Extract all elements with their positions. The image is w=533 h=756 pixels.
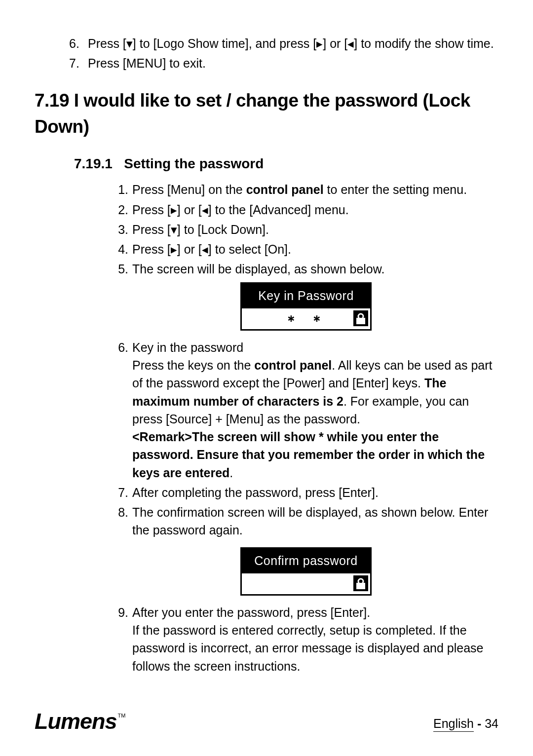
- list-number: 6.: [114, 339, 128, 482]
- step-6-title: Key in the password: [132, 340, 243, 354]
- step-9: 9. After you enter the password, press […: [114, 604, 498, 675]
- list-body: The screen will be displayed, as shown b…: [132, 260, 498, 278]
- section-number: 7.19: [35, 90, 69, 111]
- list-number: 6.: [69, 35, 84, 52]
- list-body: Press [▸] or [◂] to select [On].: [132, 240, 498, 258]
- page-footer: Lumens TM English - 34: [35, 710, 498, 732]
- remark-text: <Remark>The screen will show * while you…: [132, 430, 485, 480]
- steps-list-cont2: 9. After you enter the password, press […: [114, 604, 498, 675]
- lock-icon: [353, 575, 368, 596]
- text: ] or [: [323, 37, 347, 50]
- confirm-password-dialog: Confirm password: [240, 547, 372, 596]
- left-arrow-icon: ◂: [202, 203, 208, 217]
- list-number: 1.: [114, 181, 128, 198]
- text: Press [: [88, 37, 126, 50]
- left-arrow-icon: ◂: [347, 37, 354, 50]
- list-body: Press [Menu] on the control panel to ent…: [132, 181, 498, 198]
- brand-logo: Lumens TM: [35, 710, 125, 732]
- list-body: Key in the password Press the keys on th…: [132, 339, 498, 482]
- page-language: English: [433, 717, 474, 732]
- brand-name: Lumens: [35, 710, 117, 732]
- left-arrow-icon: ◂: [202, 242, 208, 256]
- right-arrow-icon: ▸: [316, 37, 323, 50]
- trademark-icon: TM: [118, 712, 126, 720]
- content-area: 6. Press [▾] to [Logo Show time], and pr…: [35, 35, 498, 675]
- right-arrow-icon: ▸: [171, 203, 177, 217]
- list-body: Press [▾] to [Logo Show time], and press…: [88, 35, 498, 52]
- page-sep: -: [474, 717, 485, 730]
- text: .: [229, 466, 233, 480]
- subsection-number: 7.19.1: [74, 156, 113, 171]
- text-strong: control panel: [246, 183, 324, 196]
- step-7: 7. After completing the password, press …: [114, 484, 498, 501]
- password-dialog-title: Key in Password: [242, 284, 370, 308]
- list-body: The confirmation screen will be displaye…: [132, 503, 498, 539]
- text: After you enter the password, press [Ent…: [132, 605, 370, 619]
- prev-step-6: 6. Press [▾] to [Logo Show time], and pr…: [69, 35, 498, 52]
- text: Press [: [132, 242, 171, 256]
- step-8: 8. The confirmation screen will be displ…: [114, 503, 498, 539]
- lock-icon: [353, 310, 368, 331]
- confirm-dialog-field: [242, 573, 370, 594]
- list-number: 2.: [114, 201, 128, 219]
- step-1: 1. Press [Menu] on the control panel to …: [114, 181, 498, 198]
- figure-confirm-password: Confirm password: [114, 547, 498, 596]
- text: Press [Menu] on the: [132, 183, 246, 196]
- step-5: 5. The screen will be displayed, as show…: [114, 260, 498, 278]
- section-heading: 7.19 I would like to set / change the pa…: [35, 87, 498, 140]
- subsection-steps: 1. Press [Menu] on the control panel to …: [74, 181, 498, 675]
- text: ] or [: [177, 203, 202, 217]
- down-arrow-icon: ▾: [126, 37, 133, 50]
- password-masked-value: ＊ ＊: [284, 311, 328, 331]
- page: 6. Press [▾] to [Logo Show time], and pr…: [0, 0, 533, 756]
- steps-list: 1. Press [Menu] on the control panel to …: [114, 181, 498, 278]
- list-number: 7.: [69, 54, 84, 72]
- prev-section-steps: 6. Press [▾] to [Logo Show time], and pr…: [69, 35, 498, 73]
- list-number: 9.: [114, 604, 128, 675]
- list-number: 8.: [114, 503, 128, 539]
- steps-list-cont1: 6. Key in the password Press the keys on…: [114, 339, 498, 539]
- text: ] to [Logo Show time], and press [: [133, 37, 316, 50]
- text: ] to [Lock Down].: [177, 223, 269, 236]
- password-dialog: Key in Password ＊ ＊: [240, 282, 372, 331]
- text: to enter the setting menu.: [324, 183, 467, 196]
- list-number: 3.: [114, 221, 128, 238]
- text: ] to the [Advanced] menu.: [208, 203, 349, 217]
- text: Press [: [132, 203, 171, 217]
- text: Press the keys on the: [132, 358, 254, 372]
- text-strong: control panel: [254, 358, 332, 372]
- password-dialog-field: ＊ ＊: [242, 308, 370, 329]
- list-body: After completing the password, press [En…: [132, 484, 498, 501]
- step-2: 2. Press [▸] or [◂] to the [Advanced] me…: [114, 201, 498, 219]
- list-body: After you enter the password, press [Ent…: [132, 604, 498, 675]
- step-4: 4. Press [▸] or [◂] to select [On].: [114, 240, 498, 258]
- down-arrow-icon: ▾: [171, 223, 177, 236]
- subsection-title: Setting the password: [124, 156, 264, 171]
- subsection-block: 7.19.1 Setting the password 1. Press [Me…: [74, 154, 498, 675]
- figure-keyin-password: Key in Password ＊ ＊: [114, 282, 498, 331]
- text: If the password is entered correctly, se…: [132, 623, 483, 673]
- list-number: 7.: [114, 484, 128, 501]
- text: ] to select [On].: [208, 242, 291, 256]
- text: Press [: [132, 223, 171, 236]
- right-arrow-icon: ▸: [171, 242, 177, 256]
- text: ] or [: [177, 242, 202, 256]
- list-number: 4.: [114, 240, 128, 258]
- page-label: English - 34: [433, 715, 498, 732]
- prev-step-7: 7. Press [MENU] to exit.: [69, 54, 498, 72]
- subsection-heading: 7.19.1 Setting the password: [74, 154, 498, 174]
- step-6: 6. Key in the password Press the keys on…: [114, 339, 498, 482]
- list-number: 5.: [114, 260, 128, 278]
- list-body: Press [MENU] to exit.: [88, 54, 498, 72]
- confirm-dialog-title: Confirm password: [242, 549, 370, 573]
- list-body: Press [▾] to [Lock Down].: [132, 221, 498, 238]
- step-3: 3. Press [▾] to [Lock Down].: [114, 221, 498, 238]
- section-title: I would like to set / change the passwor…: [35, 90, 470, 137]
- text: ] to modify the show time.: [354, 37, 494, 50]
- list-body: Press [▸] or [◂] to the [Advanced] menu.: [132, 201, 498, 219]
- page-number: 34: [485, 717, 498, 730]
